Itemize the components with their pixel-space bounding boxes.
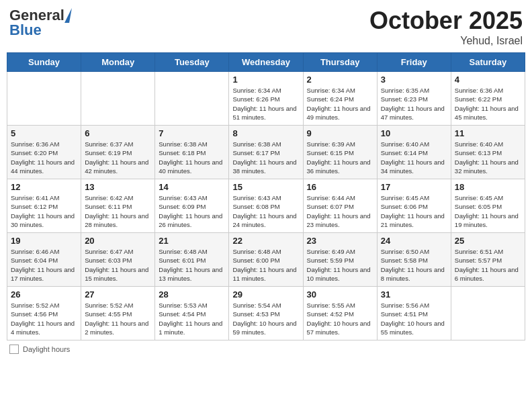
calendar-day-cell: 27Sunrise: 5:52 AMSunset: 4:55 PMDayligh… bbox=[81, 287, 155, 340]
day-number: 2 bbox=[307, 75, 373, 85]
calendar-day-cell: 21Sunrise: 6:48 AMSunset: 6:01 PMDayligh… bbox=[155, 233, 229, 287]
day-info: Sunrise: 6:41 AMSunset: 6:12 PMDaylight:… bbox=[11, 193, 77, 229]
day-number: 29 bbox=[232, 289, 299, 300]
day-info: Sunrise: 6:45 AMSunset: 6:05 PMDaylight:… bbox=[455, 193, 521, 229]
day-number: 31 bbox=[381, 289, 447, 300]
logo: General Blue bbox=[9, 7, 71, 39]
day-info: Sunrise: 6:48 AMSunset: 6:00 PMDaylight:… bbox=[232, 247, 299, 283]
logo-blue: Blue bbox=[9, 21, 42, 39]
day-number: 9 bbox=[307, 128, 373, 138]
calendar-day-cell: 26Sunrise: 5:52 AMSunset: 4:56 PMDayligh… bbox=[7, 287, 81, 340]
day-info: Sunrise: 6:38 AMSunset: 6:18 PMDaylight:… bbox=[159, 140, 225, 175]
calendar-day-cell bbox=[81, 72, 155, 126]
calendar-day-cell: 31Sunrise: 5:56 AMSunset: 4:51 PMDayligh… bbox=[377, 287, 451, 340]
day-number: 3 bbox=[381, 75, 447, 85]
calendar-week-row: 5Sunrise: 6:36 AMSunset: 6:20 PMDaylight… bbox=[7, 126, 525, 179]
day-number: 22 bbox=[232, 236, 299, 246]
calendar-day-cell: 12Sunrise: 6:41 AMSunset: 6:12 PMDayligh… bbox=[7, 179, 81, 233]
day-info: Sunrise: 5:54 AMSunset: 4:53 PMDaylight:… bbox=[232, 301, 299, 336]
calendar-day-cell: 3Sunrise: 6:35 AMSunset: 6:23 PMDaylight… bbox=[377, 72, 451, 126]
weekday-header-row: SundayMondayTuesdayWednesdayThursdayFrid… bbox=[7, 53, 525, 72]
day-info: Sunrise: 6:47 AMSunset: 6:03 PMDaylight:… bbox=[85, 247, 151, 283]
day-info: Sunrise: 6:35 AMSunset: 6:23 PMDaylight:… bbox=[381, 86, 447, 122]
day-info: Sunrise: 6:50 AMSunset: 5:58 PMDaylight:… bbox=[381, 247, 447, 283]
calendar-day-cell: 2Sunrise: 6:34 AMSunset: 6:24 PMDaylight… bbox=[303, 72, 377, 126]
calendar-day-cell: 13Sunrise: 6:42 AMSunset: 6:11 PMDayligh… bbox=[81, 179, 155, 233]
day-info: Sunrise: 6:43 AMSunset: 6:08 PMDaylight:… bbox=[232, 193, 299, 229]
month-heading: October 2025 bbox=[369, 7, 523, 35]
day-number: 21 bbox=[159, 236, 225, 246]
day-number: 10 bbox=[381, 128, 447, 138]
weekday-header-saturday: Saturday bbox=[451, 53, 525, 72]
calendar-day-cell: 7Sunrise: 6:38 AMSunset: 6:18 PMDaylight… bbox=[155, 126, 229, 179]
calendar-day-cell: 24Sunrise: 6:50 AMSunset: 5:58 PMDayligh… bbox=[377, 233, 451, 287]
calendar-week-row: 26Sunrise: 5:52 AMSunset: 4:56 PMDayligh… bbox=[7, 287, 525, 340]
day-info: Sunrise: 6:46 AMSunset: 6:04 PMDaylight:… bbox=[11, 247, 77, 283]
day-info: Sunrise: 5:52 AMSunset: 4:55 PMDaylight:… bbox=[85, 301, 151, 336]
day-info: Sunrise: 6:39 AMSunset: 6:15 PMDaylight:… bbox=[307, 140, 373, 175]
calendar-day-cell: 6Sunrise: 6:37 AMSunset: 6:19 PMDaylight… bbox=[81, 126, 155, 179]
calendar-day-cell: 1Sunrise: 6:34 AMSunset: 6:26 PMDaylight… bbox=[229, 72, 303, 126]
day-info: Sunrise: 6:43 AMSunset: 6:09 PMDaylight:… bbox=[159, 193, 225, 229]
day-info: Sunrise: 6:42 AMSunset: 6:11 PMDaylight:… bbox=[85, 193, 151, 229]
day-number: 14 bbox=[159, 182, 225, 192]
weekday-header-wednesday: Wednesday bbox=[229, 53, 303, 72]
calendar-day-cell: 15Sunrise: 6:43 AMSunset: 6:08 PMDayligh… bbox=[229, 179, 303, 233]
calendar-week-row: 12Sunrise: 6:41 AMSunset: 6:12 PMDayligh… bbox=[7, 179, 525, 233]
day-info: Sunrise: 6:45 AMSunset: 6:06 PMDaylight:… bbox=[381, 193, 447, 229]
day-info: Sunrise: 6:34 AMSunset: 6:24 PMDaylight:… bbox=[307, 86, 373, 122]
calendar-day-cell bbox=[155, 72, 229, 126]
calendar-day-cell: 11Sunrise: 6:40 AMSunset: 6:13 PMDayligh… bbox=[451, 126, 525, 179]
day-number: 20 bbox=[85, 236, 151, 246]
calendar-day-cell: 9Sunrise: 6:39 AMSunset: 6:15 PMDaylight… bbox=[303, 126, 377, 179]
calendar-day-cell bbox=[451, 287, 525, 340]
calendar-day-cell: 25Sunrise: 6:51 AMSunset: 5:57 PMDayligh… bbox=[451, 233, 525, 287]
page-header: General Blue October 2025 Yehud, Israel bbox=[7, 7, 525, 47]
calendar-day-cell: 23Sunrise: 6:49 AMSunset: 5:59 PMDayligh… bbox=[303, 233, 377, 287]
day-info: Sunrise: 6:48 AMSunset: 6:01 PMDaylight:… bbox=[159, 247, 225, 283]
calendar-day-cell: 5Sunrise: 6:36 AMSunset: 6:20 PMDaylight… bbox=[7, 126, 81, 179]
footer: Daylight hours bbox=[7, 345, 525, 354]
day-info: Sunrise: 6:49 AMSunset: 5:59 PMDaylight:… bbox=[307, 247, 373, 283]
day-info: Sunrise: 5:52 AMSunset: 4:56 PMDaylight:… bbox=[11, 301, 77, 336]
calendar-day-cell: 18Sunrise: 6:45 AMSunset: 6:05 PMDayligh… bbox=[451, 179, 525, 233]
daylight-legend-label: Daylight hours bbox=[23, 345, 70, 353]
weekday-header-tuesday: Tuesday bbox=[155, 53, 229, 72]
day-info: Sunrise: 6:44 AMSunset: 6:07 PMDaylight:… bbox=[307, 193, 373, 229]
day-info: Sunrise: 6:40 AMSunset: 6:14 PMDaylight:… bbox=[381, 140, 447, 175]
day-number: 17 bbox=[381, 182, 447, 192]
calendar-day-cell: 19Sunrise: 6:46 AMSunset: 6:04 PMDayligh… bbox=[7, 233, 81, 287]
calendar-day-cell: 4Sunrise: 6:36 AMSunset: 6:22 PMDaylight… bbox=[451, 72, 525, 126]
day-number: 8 bbox=[232, 128, 299, 138]
location-heading: Yehud, Israel bbox=[369, 35, 523, 47]
day-info: Sunrise: 6:51 AMSunset: 5:57 PMDaylight:… bbox=[455, 247, 521, 283]
calendar-week-row: 1Sunrise: 6:34 AMSunset: 6:26 PMDaylight… bbox=[7, 72, 525, 126]
day-number: 12 bbox=[11, 182, 77, 192]
day-info: Sunrise: 5:53 AMSunset: 4:54 PMDaylight:… bbox=[159, 301, 225, 336]
day-info: Sunrise: 6:34 AMSunset: 6:26 PMDaylight:… bbox=[232, 86, 299, 122]
calendar-day-cell: 10Sunrise: 6:40 AMSunset: 6:14 PMDayligh… bbox=[377, 126, 451, 179]
calendar-body: 1Sunrise: 6:34 AMSunset: 6:26 PMDaylight… bbox=[7, 72, 525, 340]
day-number: 7 bbox=[159, 128, 225, 138]
day-info: Sunrise: 5:56 AMSunset: 4:51 PMDaylight:… bbox=[381, 301, 447, 336]
calendar-day-cell: 17Sunrise: 6:45 AMSunset: 6:06 PMDayligh… bbox=[377, 179, 451, 233]
day-number: 5 bbox=[11, 128, 77, 138]
day-number: 16 bbox=[307, 182, 373, 192]
day-number: 26 bbox=[11, 289, 77, 300]
weekday-header-friday: Friday bbox=[377, 53, 451, 72]
calendar-day-cell: 28Sunrise: 5:53 AMSunset: 4:54 PMDayligh… bbox=[155, 287, 229, 340]
weekday-header-sunday: Sunday bbox=[7, 53, 81, 72]
day-number: 1 bbox=[232, 75, 299, 85]
day-number: 4 bbox=[455, 75, 521, 85]
weekday-header-monday: Monday bbox=[81, 53, 155, 72]
day-info: Sunrise: 6:36 AMSunset: 6:22 PMDaylight:… bbox=[455, 86, 521, 122]
day-number: 28 bbox=[159, 289, 225, 300]
day-number: 30 bbox=[307, 289, 373, 300]
day-info: Sunrise: 6:36 AMSunset: 6:20 PMDaylight:… bbox=[11, 140, 77, 175]
calendar-day-cell bbox=[7, 72, 81, 126]
calendar-day-cell: 30Sunrise: 5:55 AMSunset: 4:52 PMDayligh… bbox=[303, 287, 377, 340]
day-number: 11 bbox=[455, 128, 521, 138]
day-info: Sunrise: 6:37 AMSunset: 6:19 PMDaylight:… bbox=[85, 140, 151, 175]
calendar-day-cell: 14Sunrise: 6:43 AMSunset: 6:09 PMDayligh… bbox=[155, 179, 229, 233]
calendar-table: SundayMondayTuesdayWednesdayThursdayFrid… bbox=[7, 52, 525, 340]
